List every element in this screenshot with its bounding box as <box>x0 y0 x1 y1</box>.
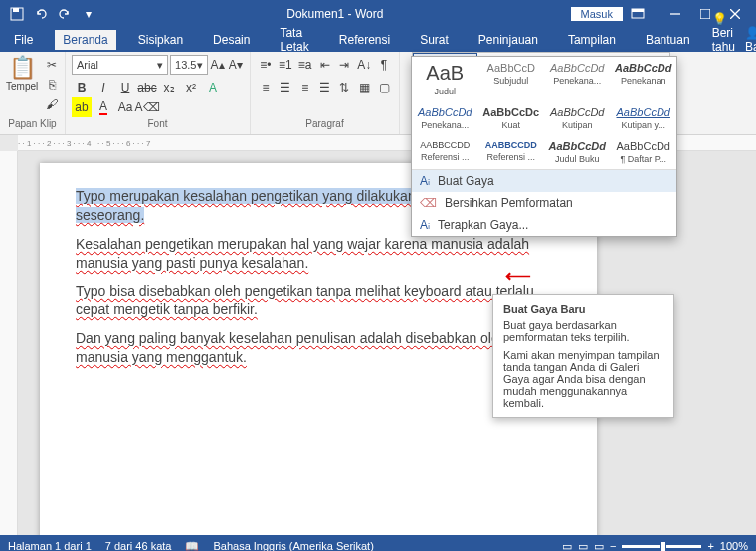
borders-icon[interactable]: ▢ <box>375 78 393 97</box>
svg-rect-1 <box>13 8 19 12</box>
tooltip: Buat Gaya Baru Buat gaya berdasarkan pem… <box>492 294 674 418</box>
strike-icon[interactable]: abc <box>137 78 157 97</box>
tooltip-line2: Kami akan menyimpan tampilan tanda tanga… <box>503 349 663 409</box>
status-words[interactable]: 7 dari 46 kata <box>105 540 172 551</box>
sign-in-button[interactable]: Masuk <box>571 7 623 21</box>
style-tile[interactable]: AaBbCcDdPenekanan <box>611 57 677 101</box>
zoom-out-icon[interactable]: − <box>610 540 616 551</box>
qat-more-icon[interactable]: ▾ <box>78 3 99 25</box>
annotation-arrow: ⟵ <box>505 266 531 287</box>
style-tile[interactable]: AaBbCcDd¶ Daftar P... <box>611 135 677 169</box>
tab-bantuan[interactable]: Bantuan <box>638 30 698 50</box>
style-tile[interactable]: AaBbCcDdKutipan <box>544 101 611 135</box>
bullets-icon[interactable]: ≡• <box>257 55 275 75</box>
tab-beranda[interactable]: Beranda <box>55 30 115 50</box>
group-paragraph-label: Paragraf <box>257 118 393 131</box>
underline-icon[interactable]: U <box>115 78 135 97</box>
window-title: Dokumen1 - Word <box>99 7 571 21</box>
align-left-icon[interactable]: ≡ <box>257 78 275 97</box>
view-web-icon[interactable]: ▭ <box>594 540 604 552</box>
undo-icon[interactable] <box>30 3 52 25</box>
minimize-icon[interactable] <box>661 0 690 28</box>
share-button[interactable]: 👤 Bagikan <box>745 26 756 54</box>
line-spacing-icon[interactable]: ⇅ <box>335 78 353 97</box>
align-center-icon[interactable]: ☰ <box>277 78 294 97</box>
decrease-indent-icon[interactable]: ⇤ <box>316 55 334 75</box>
sort-icon[interactable]: A↓ <box>355 55 373 75</box>
tab-sisipkan[interactable]: Sisipkan <box>130 30 191 50</box>
tab-tampilan[interactable]: Tampilan <box>560 30 624 50</box>
apply-styles-item[interactable]: Aᵢ Terapkan Gaya... <box>412 214 676 236</box>
tooltip-title: Buat Gaya Baru <box>503 303 663 315</box>
cut-icon[interactable]: ✂ <box>42 55 62 75</box>
style-tile[interactable]: AABBCCDDReferensi ... <box>478 135 545 169</box>
ribbon-tabs: File Beranda Sisipkan Desain Tata Letak … <box>0 28 756 52</box>
style-tile[interactable]: AaBbCcDSubjudul <box>478 57 545 101</box>
font-name-select[interactable]: Arial▾ <box>72 55 168 75</box>
subscript-icon[interactable]: x₂ <box>159 78 179 97</box>
tab-file[interactable]: File <box>6 30 41 50</box>
font-color-icon[interactable]: A <box>94 97 113 117</box>
justify-icon[interactable]: ☰ <box>316 78 334 97</box>
increase-indent-icon[interactable]: ⇥ <box>335 55 353 75</box>
text-effects-icon[interactable]: A <box>203 78 223 97</box>
bold-icon[interactable]: B <box>72 78 92 97</box>
tab-peninjauan[interactable]: Peninjauan <box>471 30 546 50</box>
title-bar: ▾ Dokumen1 - Word Masuk <box>0 0 756 28</box>
paste-button[interactable]: 📋 Tempel <box>6 55 38 114</box>
save-icon[interactable] <box>6 3 28 25</box>
group-clipboard-label: Papan Klip <box>6 118 59 131</box>
view-print-icon[interactable]: ▭ <box>578 540 588 552</box>
grow-font-icon[interactable]: A▴ <box>210 55 226 75</box>
superscript-icon[interactable]: x² <box>181 78 201 97</box>
tab-desain[interactable]: Desain <box>205 30 258 50</box>
italic-icon[interactable]: I <box>94 78 113 97</box>
change-case-icon[interactable]: Aa <box>115 97 135 117</box>
styles-dropdown: AaBJudulAaBbCcDSubjudulAaBbCcDdPenekana.… <box>411 56 677 237</box>
create-style-icon: Aᵢ <box>420 174 430 188</box>
font-size-select[interactable]: 13.5▾ <box>170 55 207 75</box>
zoom-slider[interactable] <box>622 545 701 548</box>
style-tile[interactable]: AaBbCcDdJudul Buku <box>544 135 611 169</box>
show-marks-icon[interactable]: ¶ <box>375 55 393 75</box>
clear-formatting-item[interactable]: ⌫ Bersihkan Pemformatan <box>412 192 676 214</box>
style-tile[interactable]: AaBbCcDcKuat <box>478 101 545 135</box>
eraser-icon: ⌫ <box>420 196 437 210</box>
tab-referensi[interactable]: Referensi <box>331 30 398 50</box>
style-tile[interactable]: AaBbCcDdPenekana... <box>544 57 611 101</box>
redo-icon[interactable] <box>54 3 76 25</box>
svg-rect-5 <box>700 9 710 19</box>
style-tile[interactable]: AaBJudul <box>412 57 478 101</box>
zoom-level[interactable]: 100% <box>720 540 748 551</box>
paragraph-2[interactable]: Kesalahan pengetikan merupakan hal yang … <box>76 235 561 273</box>
tab-surat[interactable]: Surat <box>412 30 457 50</box>
shading-icon[interactable]: ▦ <box>355 78 373 97</box>
create-style-item[interactable]: Aᵢ Buat Gaya <box>412 170 676 192</box>
status-proofing-icon[interactable]: 📖 <box>185 540 199 552</box>
style-tile[interactable]: AABBCCDDReferensi ... <box>412 135 478 169</box>
view-read-icon[interactable]: ▭ <box>562 540 572 552</box>
status-page[interactable]: Halaman 1 dari 1 <box>8 540 92 551</box>
status-language[interactable]: Bahasa Inggris (Amerika Serikat) <box>213 540 373 551</box>
tooltip-line1: Buat gaya berdasarkan pemformatan teks t… <box>503 319 663 343</box>
paragraph-4[interactable]: Dan yang paling banyak keselahan penulis… <box>76 329 561 367</box>
vertical-ruler <box>0 151 18 535</box>
format-painter-icon[interactable]: 🖌 <box>42 94 62 114</box>
style-tile[interactable]: AaBbCcDdKutipan y... <box>611 101 677 135</box>
multilevel-icon[interactable]: ≡a <box>296 55 314 75</box>
svg-rect-3 <box>632 9 644 12</box>
ribbon-display-icon[interactable] <box>631 8 645 20</box>
apply-style-icon: Aᵢ <box>420 218 430 232</box>
clear-format-icon[interactable]: A⌫ <box>137 97 157 117</box>
paragraph-3[interactable]: Typo bisa disebabkan oleh pengetikan tan… <box>76 282 561 320</box>
numbering-icon[interactable]: ≡1 <box>277 55 294 75</box>
style-tile[interactable]: AaBbCcDdPenekana... <box>412 101 478 135</box>
align-right-icon[interactable]: ≡ <box>296 78 314 97</box>
highlight-icon[interactable]: ab <box>72 97 92 117</box>
shrink-font-icon[interactable]: A▾ <box>228 55 244 75</box>
status-bar: Halaman 1 dari 1 7 dari 46 kata 📖 Bahasa… <box>0 535 756 551</box>
zoom-in-icon[interactable]: + <box>707 540 713 551</box>
copy-icon[interactable]: ⎘ <box>42 75 62 94</box>
group-font-label: Font <box>72 118 244 131</box>
